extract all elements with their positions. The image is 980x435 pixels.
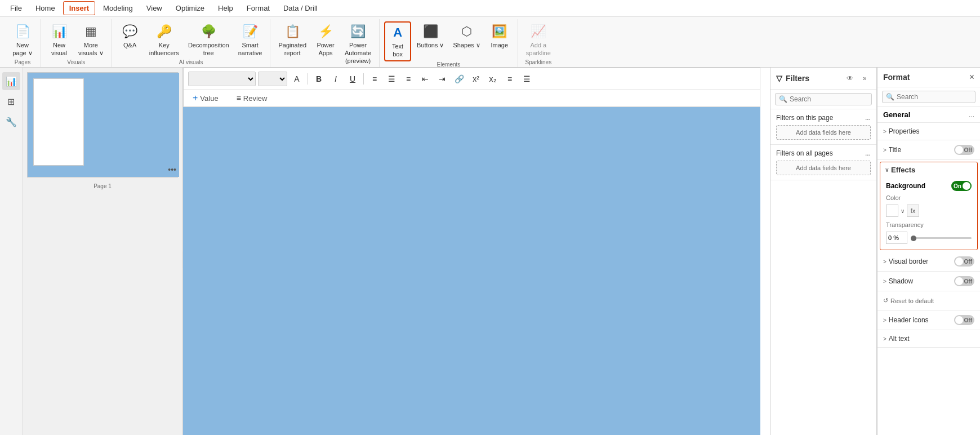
align-left-btn[interactable]: ≡ [367,72,382,86]
image-label: Image [491,41,509,49]
format-toolbar: A B I U ≡ ☰ ≡ ⇤ ⇥ 🔗 x² x₂ ≡ ☰ + Value ≡ … [183,68,760,107]
ribbon-btn-power-automate[interactable]: 🔄 PowerAutomate(preview) [341,21,375,67]
ribbon-group-power-platform: 📋 Paginatedreport ⚡ PowerApps 🔄 PowerAut… [270,19,380,67]
bullet-list-btn[interactable]: ≡ [502,72,517,86]
format-panel-header: Format × [877,68,980,87]
header-icons-toggle[interactable]: Off [954,315,974,325]
title-section-row[interactable]: > Title Off [877,140,980,160]
ribbon-btn-smart-narrative[interactable]: 📝 Smartnarrative [235,21,266,59]
filters-eye-btn[interactable]: 👁 [844,72,856,85]
ribbon-btn-add-sparkline[interactable]: 📈 Add asparkline [523,21,554,59]
effects-section-header[interactable]: ∨ Effects [880,162,977,177]
ribbon-btn-image[interactable]: 🖼️ Image [486,21,513,51]
align-right-btn[interactable]: ≡ [401,72,416,86]
reset-icon: ↺ [883,297,888,304]
page-thumbnail-1[interactable]: ••• [27,72,178,177]
font-size-select[interactable] [258,72,287,86]
menu-modeling[interactable]: Modeling [97,2,139,15]
color-swatch[interactable] [886,205,898,217]
add-fields-all-pages-btn[interactable]: Add data fields here [776,161,871,175]
sidebar-icon-model[interactable]: 🔧 [2,113,20,131]
filters-on-this-page-more[interactable]: ... [865,114,871,122]
indent-increase-btn[interactable]: ⇥ [435,72,449,86]
filters-on-all-pages-label: Filters on all pages [776,149,833,157]
menu-help[interactable]: Help [212,2,239,15]
alt-text-label: Alt text [889,335,910,343]
reset-btn[interactable]: ↺ Reset to default [883,295,974,307]
sep2 [363,73,364,85]
header-icons-section-row[interactable]: > Header icons Off [877,310,980,330]
font-family-select[interactable] [188,72,256,86]
sidebar-icon-report[interactable]: 📊 [2,72,20,90]
value-tab[interactable]: + Value [188,92,223,104]
title-toggle[interactable]: Off [954,145,974,155]
reset-label: Reset to default [890,298,934,304]
ribbon-btn-new-visual[interactable]: 📊 Newvisual [46,21,73,59]
background-toggle[interactable]: On [951,181,972,191]
numbered-list-btn[interactable]: ☰ [519,72,534,86]
add-fields-this-page-btn[interactable]: Add data fields here [776,125,871,140]
ribbon-btn-new-page[interactable]: 📄 Newpage ∨ [9,21,36,59]
menu-format[interactable]: Format [241,2,275,15]
filters-on-this-page-header: Filters on this page ... [776,114,871,122]
font-color-btn[interactable]: A [289,72,304,86]
pages-panel: ••• Page 1 [23,68,183,435]
properties-section-row[interactable]: > Properties [877,123,980,140]
page-white-box [33,78,84,166]
shapes-icon: ⬡ [461,24,472,40]
visual-border-toggle[interactable]: Off [954,256,974,267]
transparency-slider[interactable] [911,237,972,239]
list-icon: ≡ [237,94,241,103]
alt-text-section-row[interactable]: > Alt text [877,330,980,348]
format-search-input[interactable] [897,93,980,101]
filters-header: ▽ Filters 👁 » [770,68,876,90]
shadow-toggle[interactable]: Off [954,276,974,286]
italic-btn[interactable]: I [328,72,343,86]
menu-insert[interactable]: Insert [63,1,95,15]
ribbon-btn-key-influencers[interactable]: 🔑 Keyinfluencers [146,21,182,59]
effects-chevron: ∨ [885,167,889,173]
ribbon-btn-qa[interactable]: 💬 Q&A [117,21,144,51]
bold-btn[interactable]: B [311,72,326,86]
menu-data-drill[interactable]: Data / Drill [278,2,323,15]
filters-on-all-pages-more[interactable]: ... [865,149,871,157]
ribbon-btn-buttons[interactable]: ⬛ Buttons ∨ [413,21,447,51]
align-center-btn[interactable]: ☰ [384,72,399,86]
menu-file[interactable]: File [5,2,28,15]
header-icons-label: Header icons [889,316,929,324]
superscript-btn[interactable]: x² [469,72,483,86]
text-box-icon: A [393,25,402,41]
review-tab[interactable]: ≡ Review [232,92,272,104]
ribbon-btn-text-box[interactable]: A Textbox [384,21,411,61]
menu-view[interactable]: View [141,2,168,15]
menu-optimize[interactable]: Optimize [170,2,210,15]
power-automate-label: PowerAutomate(preview) [345,41,371,65]
general-more-btn[interactable]: ... [969,111,974,119]
ribbon-btn-more-visuals[interactable]: ▦ Morevisuals ∨ [75,21,107,59]
qa-icon: 💬 [122,24,137,40]
underline-btn[interactable]: U [345,72,360,86]
ribbon-btn-paginated-report[interactable]: 📋 Paginatedreport [275,21,310,59]
subscript-btn[interactable]: x₂ [485,72,500,86]
ribbon-btn-shapes[interactable]: ⬡ Shapes ∨ [449,21,483,51]
transparency-input[interactable] [886,232,907,244]
menu-home[interactable]: Home [30,2,61,15]
visual-border-section-row[interactable]: > Visual border Off [877,252,980,272]
ribbon-items-elements: A Textbox ⬛ Buttons ∨ ⬡ Shapes ∨ 🖼️ Imag… [384,19,513,61]
ribbon-group-elements: A Textbox ⬛ Buttons ∨ ⬡ Shapes ∨ 🖼️ Imag… [380,19,518,67]
page-options-dots[interactable]: ••• [168,165,176,174]
filters-search-input[interactable] [790,95,874,103]
shadow-section-row[interactable]: > Shadow Off [877,272,980,291]
ribbon-btn-decomp-tree[interactable]: 🌳 Decompositiontree [185,21,233,59]
filters-expand-btn[interactable]: » [858,72,871,85]
sidebar-icon-data[interactable]: ⊞ [2,92,20,110]
pages-group-label: Pages [15,59,30,68]
indent-decrease-btn[interactable]: ⇤ [418,72,433,86]
format-panel-close[interactable]: × [969,72,974,82]
ribbon-btn-power-apps[interactable]: ⚡ PowerApps [312,21,339,59]
link-btn[interactable]: 🔗 [452,72,466,86]
alt-text-chevron: > [883,336,887,342]
header-icons-row-left: > Header icons [883,316,929,324]
color-dropdown-arrow[interactable]: ∨ [901,208,905,214]
fx-btn[interactable]: fx [907,205,919,217]
